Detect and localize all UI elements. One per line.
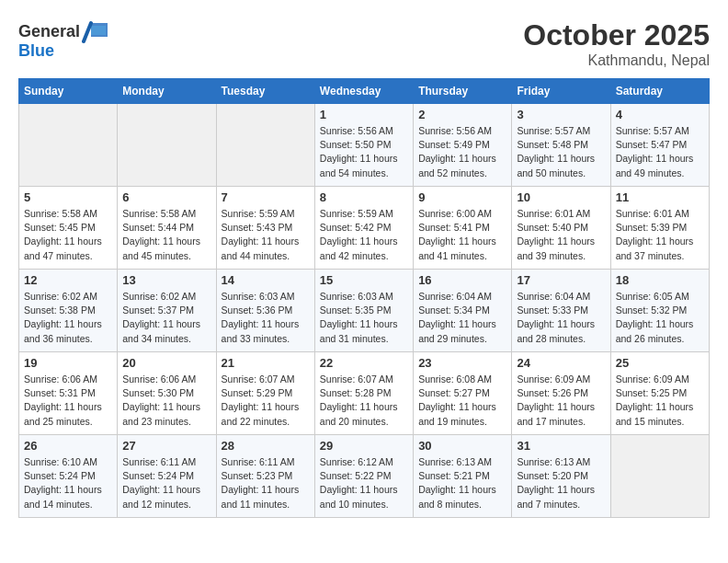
calendar-header: Sunday Monday Tuesday Wednesday Thursday…	[19, 79, 710, 104]
day-number: 28	[222, 439, 310, 453]
calendar-cell-w0-d4: 2Sunrise: 5:56 AM Sunset: 5:49 PM Daylig…	[414, 104, 512, 187]
day-info: Sunrise: 6:03 AM Sunset: 5:35 PM Dayligh…	[320, 290, 408, 346]
page-location: Kathmandu, Nepal	[523, 52, 710, 69]
calendar-cell-w4-d2: 28Sunrise: 6:11 AM Sunset: 5:23 PM Dayli…	[216, 435, 314, 518]
logo: General Blue	[18, 18, 109, 61]
day-info: Sunrise: 6:06 AM Sunset: 5:30 PM Dayligh…	[122, 373, 210, 429]
day-number: 22	[320, 356, 408, 370]
day-number: 4	[616, 108, 704, 121]
day-info: Sunrise: 6:00 AM Sunset: 5:41 PM Dayligh…	[418, 207, 506, 263]
calendar-cell-w1-d2: 7Sunrise: 5:59 AM Sunset: 5:43 PM Daylig…	[216, 187, 314, 270]
calendar-cell-w0-d1	[118, 104, 216, 187]
calendar-cell-w3-d0: 19Sunrise: 6:06 AM Sunset: 5:31 PM Dayli…	[19, 352, 118, 435]
header-row: Sunday Monday Tuesday Wednesday Thursday…	[19, 79, 710, 104]
day-info: Sunrise: 6:07 AM Sunset: 5:28 PM Dayligh…	[320, 373, 408, 429]
title-block: October 2025 Kathmandu, Nepal	[523, 18, 710, 69]
day-number: 24	[517, 356, 605, 370]
day-info: Sunrise: 6:10 AM Sunset: 5:24 PM Dayligh…	[24, 455, 112, 511]
calendar-cell-w1-d3: 8Sunrise: 5:59 AM Sunset: 5:42 PM Daylig…	[314, 187, 413, 270]
day-number: 19	[24, 356, 112, 370]
day-info: Sunrise: 6:12 AM Sunset: 5:22 PM Dayligh…	[320, 455, 408, 511]
calendar-cell-w2-d5: 17Sunrise: 6:04 AM Sunset: 5:33 PM Dayli…	[512, 270, 610, 352]
day-number: 5	[24, 190, 112, 204]
day-number: 17	[517, 273, 605, 287]
day-number: 1	[320, 108, 408, 121]
calendar-table: Sunday Monday Tuesday Wednesday Thursday…	[18, 78, 710, 518]
calendar-cell-w4-d6	[610, 435, 709, 518]
calendar-cell-w3-d4: 23Sunrise: 6:08 AM Sunset: 5:27 PM Dayli…	[414, 352, 512, 435]
header-monday: Monday	[118, 79, 216, 104]
logo-blue-text: Blue	[18, 42, 54, 61]
day-number: 21	[222, 356, 310, 370]
day-info: Sunrise: 6:03 AM Sunset: 5:36 PM Dayligh…	[222, 290, 310, 346]
calendar-cell-w2-d6: 18Sunrise: 6:05 AM Sunset: 5:32 PM Dayli…	[610, 270, 709, 352]
day-info: Sunrise: 6:09 AM Sunset: 5:26 PM Dayligh…	[517, 373, 605, 429]
calendar-cell-w1-d0: 5Sunrise: 5:58 AM Sunset: 5:45 PM Daylig…	[19, 187, 118, 270]
day-info: Sunrise: 5:58 AM Sunset: 5:45 PM Dayligh…	[24, 207, 112, 263]
calendar-cell-w4-d0: 26Sunrise: 6:10 AM Sunset: 5:24 PM Dayli…	[19, 435, 118, 518]
calendar-cell-w0-d3: 1Sunrise: 5:56 AM Sunset: 5:50 PM Daylig…	[314, 104, 413, 187]
svg-line-2	[84, 23, 91, 41]
header-tuesday: Tuesday	[216, 79, 314, 104]
day-number: 18	[616, 273, 704, 287]
day-number: 8	[320, 190, 408, 204]
calendar-cell-w1-d6: 11Sunrise: 6:01 AM Sunset: 5:39 PM Dayli…	[610, 187, 709, 270]
day-number: 26	[24, 439, 112, 453]
day-number: 29	[320, 439, 408, 453]
day-number: 9	[418, 190, 506, 204]
day-info: Sunrise: 5:56 AM Sunset: 5:49 PM Dayligh…	[418, 124, 506, 180]
day-info: Sunrise: 6:06 AM Sunset: 5:31 PM Dayligh…	[24, 373, 112, 429]
header-wednesday: Wednesday	[314, 79, 413, 104]
day-number: 2	[418, 108, 506, 121]
day-info: Sunrise: 6:04 AM Sunset: 5:33 PM Dayligh…	[517, 290, 605, 346]
day-number: 15	[320, 273, 408, 287]
calendar-cell-w1-d4: 9Sunrise: 6:00 AM Sunset: 5:41 PM Daylig…	[414, 187, 512, 270]
day-number: 27	[122, 439, 210, 453]
svg-marker-1	[91, 26, 106, 35]
day-info: Sunrise: 6:04 AM Sunset: 5:34 PM Dayligh…	[418, 290, 506, 346]
day-info: Sunrise: 5:59 AM Sunset: 5:42 PM Dayligh…	[320, 207, 408, 263]
calendar-cell-w4-d4: 30Sunrise: 6:13 AM Sunset: 5:21 PM Dayli…	[414, 435, 512, 518]
calendar-cell-w4-d5: 31Sunrise: 6:13 AM Sunset: 5:20 PM Dayli…	[512, 435, 610, 518]
day-info: Sunrise: 6:05 AM Sunset: 5:32 PM Dayligh…	[616, 290, 704, 346]
day-info: Sunrise: 6:02 AM Sunset: 5:38 PM Dayligh…	[24, 290, 112, 346]
calendar-cell-w2-d1: 13Sunrise: 6:02 AM Sunset: 5:37 PM Dayli…	[118, 270, 216, 352]
calendar-week-1: 5Sunrise: 5:58 AM Sunset: 5:45 PM Daylig…	[19, 187, 710, 270]
day-number: 14	[222, 273, 310, 287]
day-number: 10	[517, 190, 605, 204]
day-number: 3	[517, 108, 605, 121]
calendar-cell-w2-d0: 12Sunrise: 6:02 AM Sunset: 5:38 PM Dayli…	[19, 270, 118, 352]
day-info: Sunrise: 6:11 AM Sunset: 5:24 PM Dayligh…	[122, 455, 210, 511]
calendar-cell-w1-d5: 10Sunrise: 6:01 AM Sunset: 5:40 PM Dayli…	[512, 187, 610, 270]
day-number: 6	[122, 190, 210, 204]
day-info: Sunrise: 5:57 AM Sunset: 5:47 PM Dayligh…	[616, 124, 704, 180]
calendar-cell-w3-d2: 21Sunrise: 6:07 AM Sunset: 5:29 PM Dayli…	[216, 352, 314, 435]
calendar-week-2: 12Sunrise: 6:02 AM Sunset: 5:38 PM Dayli…	[19, 270, 710, 352]
header-sunday: Sunday	[19, 79, 118, 104]
calendar-week-0: 1Sunrise: 5:56 AM Sunset: 5:50 PM Daylig…	[19, 104, 710, 187]
day-info: Sunrise: 6:13 AM Sunset: 5:21 PM Dayligh…	[418, 455, 506, 511]
calendar-cell-w2-d3: 15Sunrise: 6:03 AM Sunset: 5:35 PM Dayli…	[314, 270, 413, 352]
day-number: 30	[418, 439, 506, 453]
calendar-cell-w0-d6: 4Sunrise: 5:57 AM Sunset: 5:47 PM Daylig…	[610, 104, 709, 187]
calendar-cell-w2-d4: 16Sunrise: 6:04 AM Sunset: 5:34 PM Dayli…	[414, 270, 512, 352]
calendar-week-4: 26Sunrise: 6:10 AM Sunset: 5:24 PM Dayli…	[19, 435, 710, 518]
day-info: Sunrise: 5:59 AM Sunset: 5:43 PM Dayligh…	[222, 207, 310, 263]
day-info: Sunrise: 5:56 AM Sunset: 5:50 PM Dayligh…	[320, 124, 408, 180]
page-title: October 2025	[523, 18, 710, 52]
day-info: Sunrise: 6:02 AM Sunset: 5:37 PM Dayligh…	[122, 290, 210, 346]
day-info: Sunrise: 5:57 AM Sunset: 5:48 PM Dayligh…	[517, 124, 605, 180]
calendar-cell-w1-d1: 6Sunrise: 5:58 AM Sunset: 5:44 PM Daylig…	[118, 187, 216, 270]
calendar-cell-w0-d5: 3Sunrise: 5:57 AM Sunset: 5:48 PM Daylig…	[512, 104, 610, 187]
logo-general-text: General	[18, 23, 80, 41]
day-info: Sunrise: 5:58 AM Sunset: 5:44 PM Dayligh…	[122, 207, 210, 263]
calendar-cell-w2-d2: 14Sunrise: 6:03 AM Sunset: 5:36 PM Dayli…	[216, 270, 314, 352]
header-thursday: Thursday	[414, 79, 512, 104]
header-friday: Friday	[512, 79, 610, 104]
day-info: Sunrise: 6:13 AM Sunset: 5:20 PM Dayligh…	[517, 455, 605, 511]
day-info: Sunrise: 6:07 AM Sunset: 5:29 PM Dayligh…	[222, 373, 310, 429]
calendar-cell-w3-d5: 24Sunrise: 6:09 AM Sunset: 5:26 PM Dayli…	[512, 352, 610, 435]
day-number: 11	[616, 190, 704, 204]
day-number: 20	[122, 356, 210, 370]
calendar-week-3: 19Sunrise: 6:06 AM Sunset: 5:31 PM Dayli…	[19, 352, 710, 435]
